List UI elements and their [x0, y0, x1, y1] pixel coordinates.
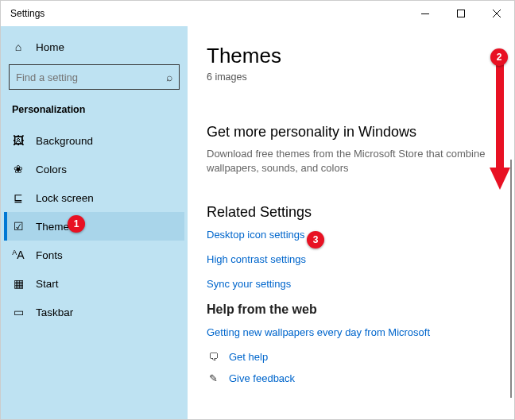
window-title: Settings [10, 8, 407, 19]
svg-marker-5 [490, 168, 510, 190]
feedback-label: Give feedback [229, 372, 295, 384]
sidebar-item-colors[interactable]: ❀ Colors [4, 155, 184, 183]
fonts-icon: AA [12, 249, 25, 261]
more-personality-desc: Download free themes from the Microsoft … [207, 147, 497, 175]
svg-rect-1 [457, 10, 464, 17]
more-personality-head: Get more personality in Windows [207, 124, 497, 141]
search-icon: ⌕ [166, 71, 172, 83]
related-settings-head: Related Settings [207, 204, 497, 221]
themes-icon: ☑ [12, 220, 25, 233]
help-icon: 🗨 [207, 351, 219, 363]
taskbar-icon: ▭ [12, 306, 25, 318]
maximize-button[interactable] [443, 1, 478, 26]
annotation-badge-2: 2 [490, 48, 508, 66]
sidebar-item-start[interactable]: ▦ Start [4, 269, 184, 298]
window-controls [407, 1, 514, 26]
feedback-icon: ✎ [207, 372, 219, 384]
picture-icon: 🖼 [12, 134, 25, 147]
sidebar-item-label: Colors [36, 164, 67, 175]
scrollbar[interactable] [510, 160, 512, 398]
start-icon: ▦ [12, 277, 25, 290]
link-wallpapers-help[interactable]: Getting new wallpapers every day from Mi… [207, 326, 497, 338]
close-button[interactable] [478, 1, 514, 26]
link-sync-settings[interactable]: Sync your settings [207, 278, 497, 290]
palette-icon: ❀ [12, 163, 25, 175]
help-from-web-head: Help from the web [207, 302, 497, 317]
sidebar-item-taskbar[interactable]: ▭ Taskbar [4, 298, 184, 326]
sidebar-item-label: Start [36, 278, 59, 290]
link-desktop-icon-settings[interactable]: Desktop icon settings [207, 229, 497, 241]
section-label: Personalization [4, 101, 184, 126]
search-box[interactable]: ⌕ [9, 64, 180, 90]
annotation-arrow [490, 64, 510, 191]
home-icon: ⌂ [12, 40, 25, 53]
sidebar-item-label: Fonts [36, 249, 63, 261]
page-title: Themes [207, 44, 497, 68]
feedback-row[interactable]: ✎ Give feedback [207, 372, 497, 384]
search-input[interactable] [16, 71, 166, 83]
minimize-button[interactable] [407, 1, 443, 26]
sidebar-item-fonts[interactable]: AA Fonts [4, 241, 184, 269]
annotation-badge-3: 3 [307, 231, 324, 249]
home-label: Home [36, 41, 64, 53]
main-content: Themes 6 images Get more personality in … [188, 26, 514, 419]
get-help-label: Get help [229, 351, 268, 363]
get-help-row[interactable]: 🗨 Get help [207, 351, 497, 363]
lock-icon: ⊑ [12, 191, 25, 204]
sidebar-item-label: Background [36, 135, 93, 147]
annotation-badge-1: 1 [68, 215, 85, 233]
sidebar: ⌂ Home ⌕ Personalization 🖼 Background ❀ … [1, 26, 188, 419]
home-nav[interactable]: ⌂ Home [4, 34, 184, 60]
link-high-contrast[interactable]: High contrast settings [207, 253, 497, 265]
sidebar-item-background[interactable]: 🖼 Background [4, 126, 184, 155]
sidebar-item-lockscreen[interactable]: ⊑ Lock screen [4, 183, 184, 212]
sidebar-item-label: Taskbar [36, 306, 73, 318]
sidebar-item-themes[interactable]: ☑ Themes [4, 212, 184, 241]
sidebar-item-label: Lock screen [36, 192, 94, 204]
page-subtitle: 6 images [207, 71, 497, 83]
